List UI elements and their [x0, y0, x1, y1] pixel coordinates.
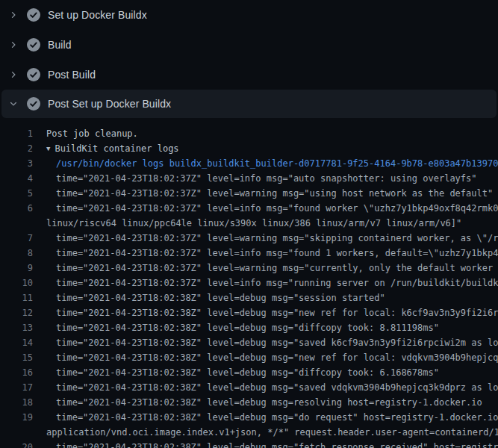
line-number[interactable]: 12 — [0, 305, 33, 320]
log-text: time="2021-04-23T18:02:37Z" level=warnin… — [56, 231, 498, 246]
check-circle-icon — [27, 68, 40, 81]
step-row-set-up-docker-buildx[interactable]: Set up Docker Buildx — [0, 0, 498, 30]
log-text: time="2021-04-23T18:02:38Z" level=debug … — [56, 380, 498, 395]
line-number[interactable]: 10 — [0, 276, 33, 290]
line-number[interactable]: 8 — [0, 246, 33, 261]
step-row-post-build[interactable]: Post Build — [0, 60, 498, 90]
log-text: time="2021-04-23T18:02:38Z" level=debug … — [56, 290, 385, 305]
log-group-title: BuildKit container logs — [55, 143, 178, 154]
step-row-post-set-up-docker-buildx[interactable]: Post Set up Docker Buildx — [1, 90, 497, 118]
log-line-16: 16time="2021-04-23T18:02:38Z" level=debu… — [0, 365, 498, 380]
log-text: time="2021-04-23T18:02:37Z" level=warnin… — [56, 261, 498, 276]
log-text: time="2021-04-23T18:02:38Z" level=debug … — [56, 395, 482, 410]
line-number[interactable]: 18 — [0, 395, 33, 410]
line-number[interactable]: 11 — [0, 290, 33, 305]
steps-list: Set up Docker BuildxBuildPost BuildPost … — [0, 0, 498, 118]
triangle-down-icon[interactable]: ▼ — [46, 141, 50, 156]
line-number[interactable]: 7 — [0, 231, 33, 246]
log-line-20: 20time="2021-04-23T18:02:38Z" level=debu… — [0, 440, 498, 448]
log-line-continuation: application/vnd.oci.image.index.v1+json,… — [0, 425, 498, 440]
log-line-12: 12time="2021-04-23T18:02:38Z" level=debu… — [0, 305, 498, 320]
line-number[interactable]: 9 — [0, 261, 33, 276]
line-number[interactable]: 1 — [0, 126, 33, 141]
log-text: ▼BuildKit container logs — [46, 141, 179, 156]
log-text: time="2021-04-23T18:02:38Z" level=debug … — [56, 440, 498, 448]
log-line-6: 6time="2021-04-23T18:02:37Z" level=info … — [0, 201, 498, 216]
step-label: Post Set up Docker Buildx — [48, 98, 171, 110]
log-text: time="2021-04-23T18:02:38Z" level=debug … — [56, 410, 498, 425]
log-line-17: 17time="2021-04-23T18:02:38Z" level=debu… — [0, 380, 498, 395]
line-number[interactable]: 15 — [0, 350, 33, 365]
log-line-10: 10time="2021-04-23T18:02:37Z" level=info… — [0, 276, 498, 290]
log-line-7: 7time="2021-04-23T18:02:37Z" level=warni… — [0, 231, 498, 246]
log-text: time="2021-04-23T18:02:37Z" level=info m… — [56, 201, 498, 216]
log-line-14: 14time="2021-04-23T18:02:38Z" level=debu… — [0, 335, 498, 350]
step-row-build[interactable]: Build — [0, 30, 498, 60]
log-line-2: 2▼BuildKit container logs — [0, 141, 498, 156]
line-number — [0, 425, 33, 440]
log-line-18: 18time="2021-04-23T18:02:38Z" level=debu… — [0, 395, 498, 410]
log-text: time="2021-04-23T18:02:37Z" level=info m… — [56, 171, 477, 186]
log-line-3: 3/usr/bin/docker logs buildx_buildkit_bu… — [0, 156, 498, 171]
log-text: time="2021-04-23T18:02:37Z" level=info m… — [56, 246, 498, 261]
log-text: time="2021-04-23T18:02:38Z" level=debug … — [56, 335, 498, 350]
log-text: time="2021-04-23T18:02:38Z" level=debug … — [56, 350, 498, 365]
line-number[interactable]: 6 — [0, 201, 33, 216]
log-command-text: /usr/bin/docker logs buildx_buildkit_bui… — [56, 156, 498, 171]
check-circle-icon — [27, 97, 40, 111]
line-number[interactable]: 20 — [0, 440, 33, 448]
log-output: 1Post job cleanup.2▼BuildKit container l… — [0, 118, 498, 448]
step-label: Build — [48, 39, 72, 51]
log-line-19: 19time="2021-04-23T18:02:38Z" level=debu… — [0, 410, 498, 425]
log-line-4: 4time="2021-04-23T18:02:37Z" level=info … — [0, 171, 498, 186]
line-number[interactable]: 13 — [0, 320, 33, 335]
log-text: time="2021-04-23T18:02:38Z" level=debug … — [56, 365, 439, 380]
log-line-5: 5time="2021-04-23T18:02:37Z" level=warni… — [0, 186, 498, 201]
chevron-right-icon — [7, 39, 19, 51]
log-line-13: 13time="2021-04-23T18:02:38Z" level=debu… — [0, 320, 498, 335]
step-label: Set up Docker Buildx — [48, 9, 147, 21]
log-line-continuation: linux/riscv64 linux/ppc64le linux/s390x … — [0, 216, 498, 231]
log-text: time="2021-04-23T18:02:38Z" level=debug … — [56, 320, 439, 335]
log-text: Post job cleanup. — [46, 126, 138, 141]
chevron-down-icon — [7, 98, 19, 110]
check-circle-icon — [27, 38, 40, 52]
line-number[interactable]: 5 — [0, 186, 33, 201]
line-number[interactable]: 2 — [0, 141, 33, 156]
line-number[interactable]: 3 — [0, 156, 33, 171]
log-line-8: 8time="2021-04-23T18:02:37Z" level=info … — [0, 246, 498, 261]
log-text: time="2021-04-23T18:02:37Z" level=info m… — [56, 276, 498, 290]
line-number[interactable]: 4 — [0, 171, 33, 186]
log-line-15: 15time="2021-04-23T18:02:38Z" level=debu… — [0, 350, 498, 365]
step-label: Post Build — [48, 69, 96, 81]
line-number[interactable]: 14 — [0, 335, 33, 350]
line-number[interactable]: 19 — [0, 410, 33, 425]
log-line-11: 11time="2021-04-23T18:02:38Z" level=debu… — [0, 290, 498, 305]
chevron-right-icon — [7, 9, 19, 21]
log-text: application/vnd.oci.image.index.v1+json,… — [46, 425, 498, 440]
chevron-right-icon — [7, 69, 19, 81]
log-text: linux/riscv64 linux/ppc64le linux/s390x … — [46, 216, 461, 231]
line-number[interactable]: 17 — [0, 380, 33, 395]
check-circle-icon — [27, 8, 40, 22]
line-number — [0, 216, 33, 231]
log-text: time="2021-04-23T18:02:38Z" level=debug … — [56, 305, 498, 320]
log-text: time="2021-04-23T18:02:37Z" level=warnin… — [56, 186, 493, 201]
line-number[interactable]: 16 — [0, 365, 33, 380]
log-line-9: 9time="2021-04-23T18:02:37Z" level=warni… — [0, 261, 498, 276]
log-line-1: 1Post job cleanup. — [0, 126, 498, 141]
